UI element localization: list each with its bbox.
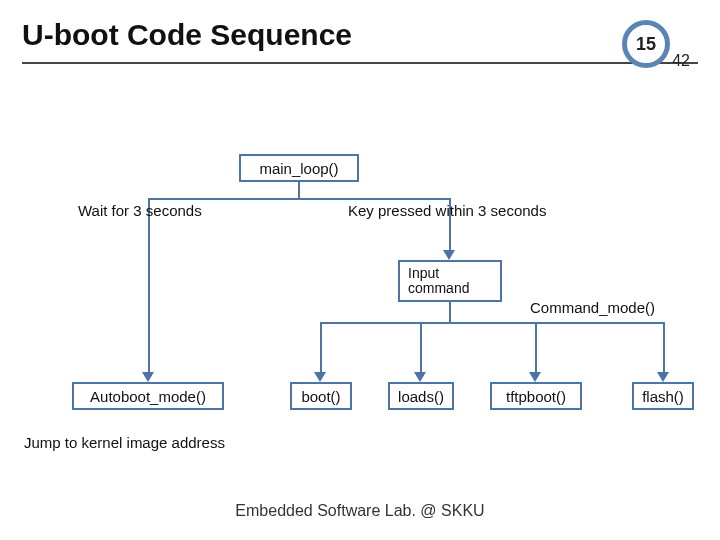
- arrow-icon: [314, 372, 326, 382]
- label-jump: Jump to kernel image address: [24, 434, 225, 451]
- connector-line: [320, 322, 322, 374]
- node-input-command: Input command: [398, 260, 502, 302]
- connector-line: [148, 198, 150, 374]
- slide-header: U-boot Code Sequence 15 42: [0, 0, 720, 64]
- connector-line: [320, 322, 665, 324]
- arrow-icon: [443, 250, 455, 260]
- connector-line: [449, 302, 451, 324]
- node-flash: flash(): [632, 382, 694, 410]
- arrow-icon: [142, 372, 154, 382]
- arrow-icon: [529, 372, 541, 382]
- label-wait: Wait for 3 seconds: [78, 202, 202, 219]
- arrow-icon: [414, 372, 426, 382]
- node-autoboot-mode: Autoboot_mode(): [72, 382, 224, 410]
- label-keypress: Key pressed within 3 seconds: [348, 202, 546, 219]
- connector-line: [535, 322, 537, 374]
- node-boot: boot(): [290, 382, 352, 410]
- node-tftpboot: tftpboot(): [490, 382, 582, 410]
- page-number-badge: 15: [622, 20, 670, 68]
- connector-line: [663, 322, 665, 374]
- node-main-loop: main_loop(): [239, 154, 359, 182]
- label-command-mode: Command_mode(): [530, 299, 655, 316]
- diagram-stage: main_loop() Wait for 3 seconds Key press…: [0, 64, 720, 494]
- slide-footer: Embedded Software Lab. @ SKKU: [0, 502, 720, 520]
- arrow-icon: [657, 372, 669, 382]
- page-title: U-boot Code Sequence: [22, 18, 698, 52]
- node-loads: loads(): [388, 382, 454, 410]
- connector-line: [420, 322, 422, 374]
- connector-line: [148, 198, 451, 200]
